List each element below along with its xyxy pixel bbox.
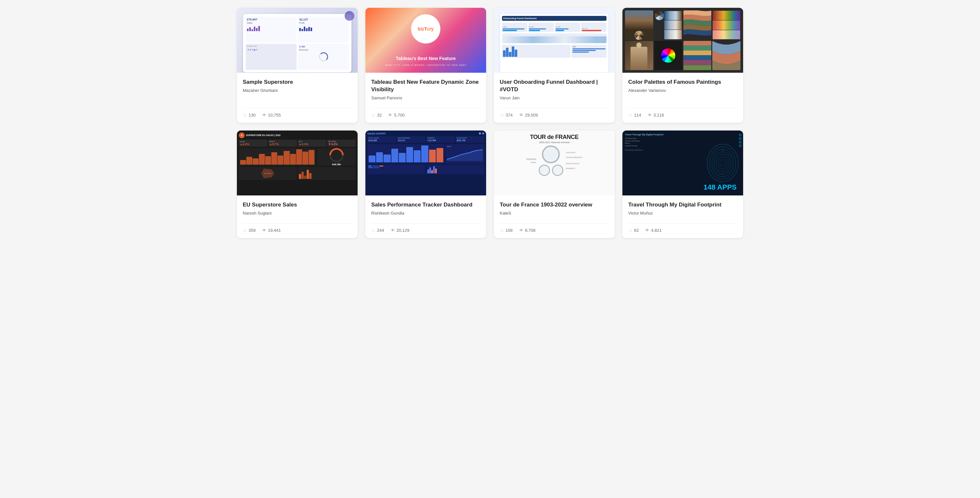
card-title: User Onboarding Funnel Dashboard | #VOTD [500,78,609,94]
thumbnail-eu: SUPERSTORE EU SALES | 2022 SALES ▲4.2% P… [237,131,358,195]
view-count: 20,129 [396,228,409,233]
eye-icon: 👁 [391,228,395,233]
card-stats: ☆ 114 👁 3,116 [628,108,737,118]
star-count: 359 [248,228,256,233]
star-icon: ☆ [371,112,375,118]
card-sample-superstore[interactable]: 276,997 Sales 42,137 Profit [237,8,358,123]
card-sales-tracker[interactable]: SALES COCKPIT TOTAL SALES $34.8M SALES M… [365,131,486,238]
eu-bar-chart-small [298,167,356,180]
eu-metric-returns: RETURNS ▼4.2% [327,140,356,147]
star-count: 32 [377,113,382,118]
card-onboarding[interactable]: Onboarding Funnel Dashboard 3,456 48,645 [494,8,615,123]
eye-icon: 👁 [388,113,392,118]
card-grid: 276,997 Sales 42,137 Profit [237,8,743,238]
card-title: Travel Through My Digital Footprint [628,201,737,209]
thumbnail-biztory: bizTory Tableau's Best New Feature WHAT … [365,8,486,73]
star-count: 114 [634,113,641,118]
star-stat: ☆ 359 [243,228,256,233]
eu-metric-quantity: QTY ▲3.1% [298,140,326,147]
eu-metric-sales: SALES ▲4.2% [239,140,267,147]
svg-point-10 [712,149,733,177]
star-count: 244 [377,228,384,233]
card-tour-de-france[interactable]: TOUR de FRANCE 1903-2022, historical ove… [494,131,615,238]
card-author: KateS [500,211,609,220]
sales-metric-total: TOTAL SALES $34.8M [368,136,396,143]
feature-headline: Tableau's Best New Feature [365,56,486,61]
star-count: 62 [634,228,639,233]
eye-icon: 👁 [262,113,266,118]
card-body-onboarding: User Onboarding Funnel Dashboard | #VOTD… [494,73,615,123]
star-stat: ☆ 130 [243,112,256,118]
view-stat: 👁 29,509 [519,113,538,118]
sales-cockpit-label: SALES COCKPIT [368,132,386,135]
card-author: Mazaher Ghorbani [243,88,352,97]
card-title: Tableau Best New Feature Dynamic Zone Vi… [371,78,480,94]
sales-mini-bar [426,164,484,174]
svg-point-13 [718,157,727,169]
svg-point-14 [720,160,725,166]
eye-icon: 👁 [645,228,649,233]
thumbnail-tour: TOUR de FRANCE 1903-2022, historical ove… [494,131,615,195]
svg-rect-1 [683,45,712,50]
card-eu-superstore[interactable]: SUPERSTORE EU SALES | 2022 SALES ▲4.2% P… [237,131,358,238]
card-author: Rishikesh Gundla [371,211,480,220]
card-stats: ☆ 130 👁 10,755 [243,108,352,118]
star-icon: ☆ [500,228,504,233]
card-stats: ☆ 359 👁 19,441 [243,223,352,233]
card-title: Tour de France 1903-2022 overview [500,201,609,209]
thumbnail-onboarding: Onboarding Funnel Dashboard 3,456 48,645 [494,8,615,73]
thumbnail-superstore: 276,997 Sales 42,137 Profit [237,8,358,73]
eu-metric-profit: PROFIT ▲8.7% [268,140,297,147]
view-count: 29,509 [525,113,538,118]
svg-rect-2 [683,50,712,55]
sales-metric-growth: GROWTH +12.5M [426,136,455,143]
star-count: 158 [506,228,513,233]
view-stat: 👁 8,708 [519,228,536,233]
star-icon: ☆ [243,228,247,233]
sales-metric-cost: SALES COST $26.7M [456,136,484,143]
card-body-digital: Travel Through My Digital Footprint Vict… [622,195,743,238]
star-icon: ☆ [628,228,632,233]
svg-marker-6 [241,134,243,136]
eu-map: EU Map [239,167,297,180]
tour-years-label: 1903-2022, historical overview [497,141,611,144]
star-stat: ☆ 32 [371,112,382,118]
card-author: Samuel Parsons [371,96,480,105]
star-count: 130 [248,113,256,118]
card-title: Color Palettes of Famous Paintings [628,78,737,86]
view-count: 5,700 [394,113,405,118]
card-tableau-best[interactable]: bizTory Tableau's Best New Feature WHAT … [365,8,486,123]
svg-rect-4 [683,60,712,65]
card-title: Sales Performance Tracker Dashboard [371,201,480,209]
eu-gauge: $46.5M [317,148,356,166]
card-body-palettes: Color Palettes of Famous Paintings Alexa… [622,73,743,123]
card-author: Alexander Varlamov [628,88,737,97]
star-stat: ☆ 158 [500,228,513,233]
card-stats: ☆ 32 👁 5,700 [371,108,480,118]
card-body-superstore: Sample Superstore Mazaher Ghorbani ☆ 130… [237,73,358,123]
card-stats: ☆ 244 👁 20,129 [371,223,480,233]
card-body-tour: Tour de France 1903-2022 overview KateS … [494,195,615,238]
card-title: EU Superstore Sales [243,201,352,209]
feature-subtext: WHAT IT IS • HOW IT WORKS • INSPIRATION … [365,64,486,66]
star-icon: ☆ [243,112,247,118]
thumbnail-palettes [622,8,743,73]
view-stat: 👁 19,441 [262,228,281,233]
sales-table-mini [368,164,425,174]
star-icon: ☆ [628,112,632,118]
star-stat: ☆ 374 [500,112,513,118]
star-stat: ☆ 244 [371,228,384,233]
card-digital-footprint[interactable]: Travel Through My Digital Footprint Life… [622,131,743,238]
svg-rect-5 [683,65,712,70]
thumbnail-digital: Travel Through My Digital Footprint Life… [622,131,743,195]
star-count: 374 [506,113,513,118]
card-color-palettes[interactable]: Color Palettes of Famous Paintings Alexa… [622,8,743,123]
svg-rect-3 [683,55,712,60]
eu-dashboard-title: SUPERSTORE EU SALES | 2022 [246,134,280,136]
card-title: Sample Superstore [243,78,352,86]
svg-marker-7 [447,150,483,161]
svg-rect-0 [683,41,712,46]
card-body-tableau: Tableau Best New Feature Dynamic Zone Vi… [365,73,486,123]
apps-count-display: 148 APPS [703,183,737,192]
view-count: 19,441 [268,228,281,233]
